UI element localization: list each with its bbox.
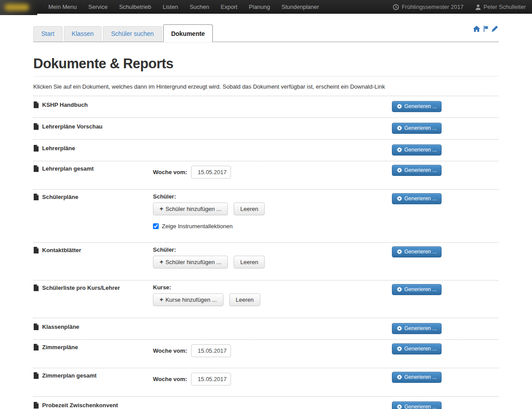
doc-row-zimmerpläne: ZimmerpläneWoche vom:Generieren ... xyxy=(33,340,499,368)
doc-options xyxy=(153,323,392,334)
doc-action: Generieren ... xyxy=(392,246,499,269)
app-logo[interactable] xyxy=(0,0,37,15)
tab-dokumente[interactable]: Dokumente xyxy=(163,24,213,42)
doc-label: Lehrerplan gesamt xyxy=(33,165,153,179)
doc-options: Schüler:+Schüler hinzufügen ...Leeren xyxy=(153,246,392,269)
doc-row-lehrerpläne: LehrerpläneGenerieren ... xyxy=(33,140,499,161)
picker-label: Kurse: xyxy=(153,284,392,291)
doc-action: Generieren ... xyxy=(392,343,499,357)
nav-item-mein-menu[interactable]: Mein Menu xyxy=(43,4,82,10)
doc-action: Generieren ... xyxy=(392,144,499,156)
nav-item-suchen[interactable]: Suchen xyxy=(184,4,215,10)
add-items-button[interactable]: +Kurse hinzufügen ... xyxy=(153,293,223,306)
nav-item-service[interactable]: Service xyxy=(82,4,113,10)
instrumental-lessons-checkbox[interactable] xyxy=(153,223,159,229)
doc-title: Probezeit Zwischenkonvent xyxy=(42,402,118,409)
doc-row-kshp-handbuch: KSHP HandbuchGenerieren ... xyxy=(33,96,499,118)
doc-label: Probezeit ZwischenkonventElternbriefe xyxy=(33,401,153,409)
doc-row-kontaktblätter: KontaktblätterSchüler:+Schüler hinzufüge… xyxy=(33,243,499,280)
week-field-label: Woche vom: xyxy=(153,376,187,382)
gear-icon xyxy=(397,374,402,380)
clear-button[interactable]: Leeren xyxy=(229,293,260,306)
pencil-icon[interactable] xyxy=(492,26,498,34)
clear-button[interactable]: Leeren xyxy=(234,256,265,269)
doc-title: Zimmerpläne xyxy=(42,344,78,351)
plus-icon: + xyxy=(160,205,163,212)
nav-item-schulbetrieb[interactable]: Schulbetrieb xyxy=(113,4,157,10)
flag-icon[interactable] xyxy=(483,26,489,34)
doc-title: Lehrerplan gesamt xyxy=(42,165,94,172)
add-items-label: Schüler hinzufügen ... xyxy=(165,259,221,265)
doc-row-lehrerpläne-vorschau: Lehrerpläne VorschauGenerieren ... xyxy=(33,118,499,140)
gear-icon xyxy=(397,196,402,201)
doc-options: Woche vom: xyxy=(153,372,392,386)
gear-icon xyxy=(397,249,402,254)
generate-button[interactable]: Generieren ... xyxy=(392,401,442,409)
doc-action: Generieren ... xyxy=(392,123,499,134)
user-name: Peter Schulleiter xyxy=(484,4,526,10)
generate-label: Generieren ... xyxy=(404,374,437,380)
user-menu[interactable]: Peter Schulleiter xyxy=(475,4,526,10)
doc-row-lehrerplan-gesamt: Lehrerplan gesamtWoche vom:Generieren ..… xyxy=(33,161,499,190)
doc-action: Generieren ... xyxy=(392,193,499,231)
generate-button[interactable]: Generieren ... xyxy=(392,372,442,383)
add-items-label: Kurse hinzufügen ... xyxy=(165,296,217,303)
home-icon[interactable] xyxy=(473,26,480,34)
week-date-input[interactable] xyxy=(191,166,231,179)
gear-icon xyxy=(397,326,402,331)
top-navbar: Mein MenuServiceSchulbetriebListenSuchen… xyxy=(0,0,532,14)
doc-label: Zimmerplan gesamt xyxy=(33,372,153,386)
doc-label: Lehrerpläne xyxy=(33,144,153,156)
nav-items: Mein MenuServiceSchulbetriebListenSuchen… xyxy=(43,4,325,10)
gear-icon xyxy=(397,287,402,292)
generate-button[interactable]: Generieren ... xyxy=(392,165,442,176)
user-icon xyxy=(475,4,481,10)
clear-button[interactable]: Leeren xyxy=(234,203,265,215)
generate-button[interactable]: Generieren ... xyxy=(392,343,442,354)
doc-title: Schülerliste pro Kurs/Lehrer xyxy=(42,284,120,291)
intro-text: Klicken Sie auf ein Dokument, welches da… xyxy=(33,83,499,90)
gear-icon xyxy=(397,125,402,131)
generate-label: Generieren ... xyxy=(404,125,437,131)
doc-label: Lehrerpläne Vorschau xyxy=(33,123,153,134)
week-date-input[interactable] xyxy=(191,344,231,357)
gear-icon xyxy=(397,404,402,409)
gear-icon xyxy=(397,167,402,173)
generate-button[interactable]: Generieren ... xyxy=(392,284,442,295)
generate-button[interactable]: Generieren ... xyxy=(392,101,442,112)
document-list: KSHP HandbuchGenerieren ...Lehrerpläne V… xyxy=(33,96,499,409)
plus-icon: + xyxy=(160,258,163,265)
generate-button[interactable]: Generieren ... xyxy=(392,193,442,204)
add-items-button[interactable]: +Schüler hinzufügen ... xyxy=(153,203,228,215)
gear-icon xyxy=(397,346,402,351)
doc-action: Generieren ... xyxy=(392,165,499,179)
doc-row-zimmerplan-gesamt: Zimmerplan gesamtWoche vom:Generieren ..… xyxy=(33,368,499,397)
doc-label: Schülerpläne xyxy=(33,193,153,231)
doc-action: Generieren ... xyxy=(392,323,499,334)
week-date-input[interactable] xyxy=(191,373,231,386)
generate-button[interactable]: Generieren ... xyxy=(392,246,442,257)
generate-label: Generieren ... xyxy=(404,404,437,409)
semester-selector[interactable]: Frühlingssemester 2017 xyxy=(393,4,463,10)
doc-row-schülerliste-pro-kurs-lehrer: Schülerliste pro Kurs/LehrerKurse:+Kurse… xyxy=(33,280,499,318)
nav-item-listen[interactable]: Listen xyxy=(157,4,184,10)
checkbox-line: Zeige Instrumentallektionen xyxy=(153,223,392,230)
tab-start[interactable]: Start xyxy=(33,26,63,42)
generate-label: Generieren ... xyxy=(404,147,437,153)
generate-button[interactable]: Generieren ... xyxy=(392,323,442,334)
nav-item-stundenplaner[interactable]: Stundenplaner xyxy=(276,4,325,10)
add-items-button[interactable]: +Schüler hinzufügen ... xyxy=(153,256,228,269)
doc-label: Schülerliste pro Kurs/Lehrer xyxy=(33,284,153,306)
generate-button[interactable]: Generieren ... xyxy=(392,123,442,134)
nav-item-planung[interactable]: Planung xyxy=(243,4,276,10)
generate-button[interactable]: Generieren ... xyxy=(392,144,442,156)
doc-options: Kurse:+Kurse hinzufügen ...Leeren xyxy=(153,284,392,306)
tab-klassen[interactable]: Klassen xyxy=(64,26,102,42)
clock-icon xyxy=(393,4,399,10)
doc-title: KSHP Handbuch xyxy=(42,101,88,108)
nav-item-export[interactable]: Export xyxy=(215,4,243,10)
tab-schüler-suchen[interactable]: Schüler suchen xyxy=(103,26,162,42)
tab-bar: StartKlassenSchüler suchenDokumente xyxy=(33,25,499,42)
picker-label: Schüler: xyxy=(153,246,392,253)
picker-label: Schüler: xyxy=(153,193,392,200)
